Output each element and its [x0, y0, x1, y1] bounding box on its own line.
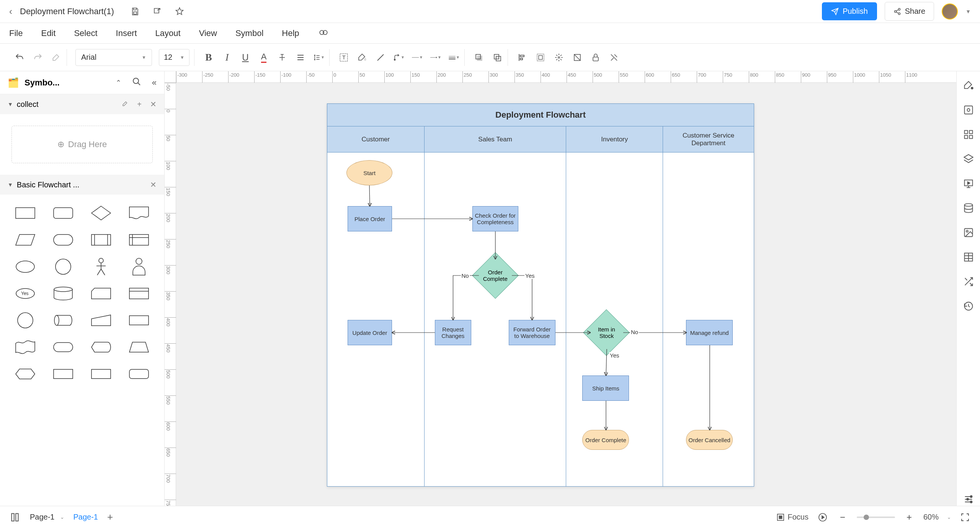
- zoom-in-icon[interactable]: +: [903, 512, 915, 523]
- lane-header[interactable]: Customer Service Department: [663, 126, 754, 152]
- tools-icon[interactable]: [608, 52, 620, 63]
- database-icon[interactable]: [962, 202, 975, 215]
- collapse-panel-icon[interactable]: «: [152, 78, 157, 88]
- shape-display[interactable]: [85, 336, 118, 358]
- close-section-icon[interactable]: ✕: [150, 100, 157, 109]
- shape-cylinder[interactable]: [47, 283, 80, 304]
- flowchart-node[interactable]: Check Order for Completeness: [472, 206, 518, 231]
- shape-hexagon[interactable]: [9, 363, 42, 385]
- shape-manual-input[interactable]: [85, 310, 118, 331]
- flowchart-node[interactable]: Forward Order to Warehouse: [509, 320, 555, 345]
- search-icon[interactable]: [132, 77, 141, 89]
- shape-rect[interactable]: [9, 202, 42, 224]
- shadow-icon[interactable]: [473, 52, 485, 63]
- flowchart-node[interactable]: Order Complete: [479, 259, 512, 292]
- shape-ellipse[interactable]: [9, 256, 42, 277]
- zoom-value[interactable]: 60%: [923, 513, 939, 521]
- save-icon[interactable]: [129, 6, 141, 17]
- shape-diamond[interactable]: [85, 202, 118, 224]
- edit-section-icon[interactable]: [122, 100, 129, 109]
- menu-help[interactable]: Help: [282, 28, 299, 38]
- group-icon[interactable]: [535, 52, 546, 63]
- panel-collapse-caret[interactable]: ⌃: [116, 79, 121, 87]
- vertical-ruler[interactable]: -500501001502002503003504004505005506006…: [165, 83, 176, 506]
- lock-icon[interactable]: [590, 52, 601, 63]
- section-arrow-icon[interactable]: ▼: [8, 101, 13, 107]
- fullscreen-icon[interactable]: [959, 512, 971, 523]
- lane-body[interactable]: Check Order for CompletenessOrder Comple…: [425, 152, 567, 486]
- shape-cylinder-h[interactable]: [47, 310, 80, 331]
- page[interactable]: Deployment Flowchart CustomerSales TeamI…: [327, 103, 754, 487]
- settings-list-icon[interactable]: [962, 493, 975, 506]
- shape-person[interactable]: [122, 256, 155, 277]
- menu-edit[interactable]: Edit: [41, 28, 56, 38]
- shape-trapezoid[interactable]: [122, 336, 155, 358]
- page-tab[interactable]: Page-1: [74, 513, 98, 521]
- publish-button[interactable]: Publish: [822, 2, 877, 20]
- menu-file[interactable]: File: [9, 28, 23, 38]
- line-spacing-icon[interactable]: ▼: [313, 52, 325, 63]
- menu-select[interactable]: Select: [74, 28, 97, 38]
- shape-parallelogram[interactable]: [9, 229, 42, 251]
- align-icon[interactable]: [295, 52, 306, 63]
- font-select[interactable]: Arial▼: [75, 49, 152, 66]
- horizontal-ruler[interactable]: -300-250-200-150-100-5005010015020025030…: [176, 71, 956, 83]
- fill-color-icon[interactable]: [356, 52, 368, 63]
- lane-body[interactable]: Manage refundOrder Cancelled: [663, 152, 754, 486]
- add-section-icon[interactable]: +: [137, 100, 142, 109]
- menu-insert[interactable]: Insert: [116, 28, 137, 38]
- strikethrough-icon[interactable]: [276, 52, 288, 63]
- flowchart-node[interactable]: Item in Stock: [590, 316, 623, 349]
- shape-label-ellipse[interactable]: Yes: [9, 283, 42, 304]
- lane-body[interactable]: StartPlace OrderUpdate Order: [327, 152, 425, 486]
- undo-icon[interactable]: [14, 52, 25, 63]
- shape-circle[interactable]: [47, 256, 80, 277]
- underline-icon[interactable]: U: [240, 52, 251, 63]
- flowchart-node[interactable]: Ship Items: [582, 376, 629, 401]
- bold-icon[interactable]: B: [203, 52, 214, 63]
- layers-icon[interactable]: [962, 152, 975, 166]
- avatar[interactable]: [942, 3, 958, 20]
- lane-header[interactable]: Customer: [327, 126, 425, 152]
- distribute-icon[interactable]: [553, 52, 565, 63]
- back-button[interactable]: ‹: [9, 6, 12, 17]
- export-icon[interactable]: [152, 6, 163, 17]
- paint-bucket-icon[interactable]: [962, 79, 975, 92]
- flowchart-node[interactable]: Update Order: [348, 320, 392, 345]
- shape-rect4[interactable]: [85, 363, 118, 385]
- grid-icon[interactable]: [962, 128, 975, 141]
- shape-roundrect[interactable]: [47, 202, 80, 224]
- page-select[interactable]: Page-1⌄: [30, 513, 64, 521]
- shape-header-rect[interactable]: [122, 283, 155, 304]
- share-button[interactable]: Share: [885, 2, 934, 21]
- presentation-icon[interactable]: [962, 177, 975, 190]
- flowchart-node[interactable]: Request Changes: [435, 320, 471, 345]
- shape-internal-storage[interactable]: [122, 229, 155, 251]
- close-section-icon[interactable]: ✕: [150, 180, 157, 189]
- add-page-button[interactable]: +: [107, 511, 113, 523]
- italic-icon[interactable]: I: [221, 52, 233, 63]
- zoom-slider[interactable]: [857, 517, 895, 518]
- format-painter-icon[interactable]: [51, 52, 62, 63]
- shape-predefined[interactable]: [85, 229, 118, 251]
- search-menu-icon[interactable]: [318, 28, 329, 39]
- connector-icon[interactable]: ▼: [393, 52, 405, 63]
- shape-circle2[interactable]: [9, 310, 42, 331]
- crop-icon[interactable]: [572, 52, 583, 63]
- arrow-style-icon[interactable]: ▼: [430, 52, 441, 63]
- star-icon[interactable]: [174, 6, 185, 17]
- align-left-icon[interactable]: [516, 52, 528, 63]
- shuffle-icon[interactable]: [962, 275, 975, 288]
- shape-actor[interactable]: [85, 256, 118, 277]
- redo-icon[interactable]: [32, 52, 44, 63]
- section-arrow-icon[interactable]: ▼: [8, 182, 13, 188]
- canvas[interactable]: Deployment Flowchart CustomerSales TeamI…: [176, 83, 956, 506]
- shape-document[interactable]: [122, 202, 155, 224]
- shape-capsule[interactable]: [47, 336, 80, 358]
- lane-header[interactable]: Inventory: [566, 126, 663, 152]
- avatar-menu-caret[interactable]: ▼: [965, 8, 971, 15]
- play-icon[interactable]: [817, 512, 828, 523]
- table-icon[interactable]: [962, 251, 975, 264]
- zoom-out-icon[interactable]: −: [837, 512, 848, 523]
- shape-card[interactable]: [85, 283, 118, 304]
